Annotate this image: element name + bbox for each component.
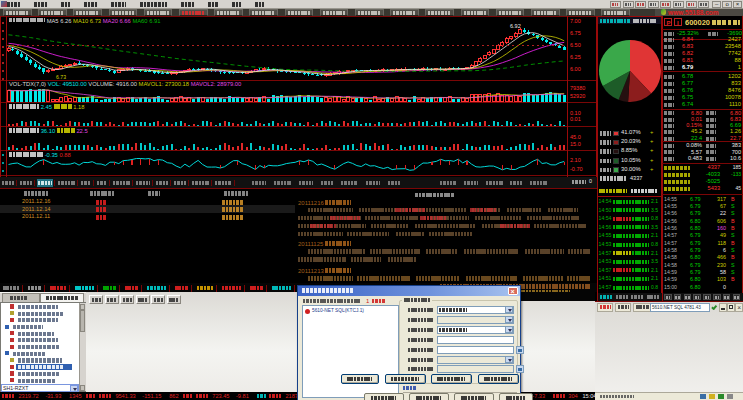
- svg-text:7.00: 7.00: [570, 18, 581, 24]
- svg-text:45.0: 45.0: [570, 134, 581, 140]
- svg-text:6.75: 6.75: [570, 30, 581, 36]
- svg-text:79380: 79380: [570, 85, 585, 91]
- svg-text:0.10: 0.10: [570, 110, 581, 116]
- svg-text:6.50: 6.50: [570, 42, 581, 48]
- svg-text:-0.70: -0.70: [570, 166, 583, 172]
- svg-text:52920: 52920: [570, 93, 585, 99]
- svg-text:15.0: 15.0: [570, 141, 581, 147]
- svg-text:6.00: 6.00: [570, 66, 581, 72]
- svg-text:0.01: 0.01: [570, 116, 581, 122]
- svg-text:2.10: 2.10: [570, 157, 581, 163]
- svg-text:6.25: 6.25: [570, 54, 581, 60]
